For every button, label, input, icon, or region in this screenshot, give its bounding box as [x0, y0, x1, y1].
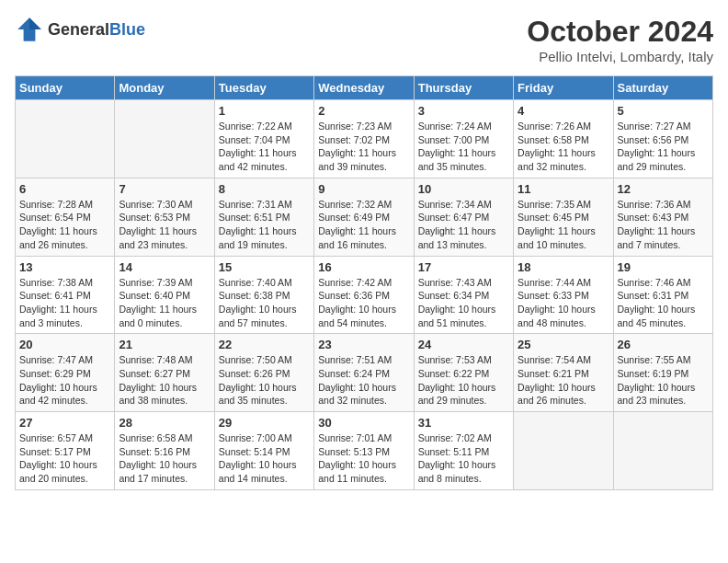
calendar-week-row: 27Sunrise: 6:57 AM Sunset: 5:17 PM Dayli…: [16, 412, 713, 490]
calendar-day-cell: 15Sunrise: 7:40 AM Sunset: 6:38 PM Dayli…: [214, 256, 313, 334]
day-number: 20: [19, 338, 110, 351]
calendar-day-cell: 30Sunrise: 7:01 AM Sunset: 5:13 PM Dayli…: [314, 412, 414, 490]
calendar-week-row: 13Sunrise: 7:38 AM Sunset: 6:41 PM Dayli…: [16, 256, 713, 334]
day-info: Sunrise: 7:55 AM Sunset: 6:19 PM Dayligh…: [618, 353, 709, 408]
calendar-day-cell: [514, 412, 613, 490]
calendar-day-cell: 21Sunrise: 7:48 AM Sunset: 6:27 PM Dayli…: [115, 334, 214, 412]
calendar-day-cell: 3Sunrise: 7:24 AM Sunset: 7:00 PM Daylig…: [414, 100, 513, 178]
calendar-day-cell: 28Sunrise: 6:58 AM Sunset: 5:16 PM Dayli…: [115, 412, 214, 490]
day-number: 6: [19, 182, 110, 196]
day-number: 24: [418, 338, 509, 351]
calendar-day-cell: 31Sunrise: 7:02 AM Sunset: 5:11 PM Dayli…: [414, 412, 513, 490]
page-header: GeneralBlue October 2024 Pellio Intelvi,…: [15, 15, 713, 64]
day-info: Sunrise: 7:51 AM Sunset: 6:24 PM Dayligh…: [318, 353, 409, 408]
calendar-day-cell: 22Sunrise: 7:50 AM Sunset: 6:26 PM Dayli…: [214, 334, 313, 412]
day-number: 11: [518, 182, 609, 196]
calendar-day-cell: [613, 412, 712, 490]
calendar-day-cell: 1Sunrise: 7:22 AM Sunset: 7:04 PM Daylig…: [214, 100, 313, 178]
calendar-day-cell: 16Sunrise: 7:42 AM Sunset: 6:36 PM Dayli…: [314, 256, 414, 334]
calendar-table: SundayMondayTuesdayWednesdayThursdayFrid…: [15, 75, 713, 490]
calendar-header-thursday: Thursday: [414, 76, 513, 100]
calendar-day-cell: [16, 100, 115, 178]
calendar-day-cell: 6Sunrise: 7:28 AM Sunset: 6:54 PM Daylig…: [16, 178, 115, 256]
calendar-week-row: 6Sunrise: 7:28 AM Sunset: 6:54 PM Daylig…: [16, 178, 713, 256]
day-info: Sunrise: 7:42 AM Sunset: 6:36 PM Dayligh…: [318, 276, 409, 330]
day-number: 26: [618, 338, 709, 351]
day-info: Sunrise: 7:35 AM Sunset: 6:45 PM Dayligh…: [518, 198, 609, 252]
day-info: Sunrise: 7:39 AM Sunset: 6:40 PM Dayligh…: [119, 276, 210, 330]
day-info: Sunrise: 7:38 AM Sunset: 6:41 PM Dayligh…: [19, 276, 110, 330]
calendar-day-cell: [115, 100, 214, 178]
day-info: Sunrise: 7:00 AM Sunset: 5:14 PM Dayligh…: [219, 431, 310, 486]
day-number: 29: [219, 416, 310, 430]
calendar-header-row: SundayMondayTuesdayWednesdayThursdayFrid…: [16, 76, 713, 100]
logo-text-blue: Blue: [109, 20, 145, 39]
day-info: Sunrise: 7:43 AM Sunset: 6:34 PM Dayligh…: [418, 276, 509, 330]
day-info: Sunrise: 7:27 AM Sunset: 6:56 PM Dayligh…: [618, 120, 709, 174]
day-info: Sunrise: 7:48 AM Sunset: 6:27 PM Dayligh…: [119, 353, 210, 408]
day-info: Sunrise: 7:02 AM Sunset: 5:11 PM Dayligh…: [418, 431, 509, 486]
day-number: 8: [219, 182, 310, 196]
day-info: Sunrise: 7:01 AM Sunset: 5:13 PM Dayligh…: [318, 431, 409, 486]
day-info: Sunrise: 7:46 AM Sunset: 6:31 PM Dayligh…: [618, 276, 709, 330]
logo: GeneralBlue: [15, 15, 145, 44]
day-number: 28: [119, 416, 210, 430]
day-info: Sunrise: 7:40 AM Sunset: 6:38 PM Dayligh…: [219, 276, 310, 330]
day-number: 18: [518, 260, 609, 274]
calendar-day-cell: 17Sunrise: 7:43 AM Sunset: 6:34 PM Dayli…: [414, 256, 513, 334]
day-number: 23: [318, 338, 409, 351]
logo-icon: [15, 15, 44, 44]
calendar-day-cell: 24Sunrise: 7:53 AM Sunset: 6:22 PM Dayli…: [414, 334, 513, 412]
day-info: Sunrise: 7:26 AM Sunset: 6:58 PM Dayligh…: [518, 120, 609, 174]
day-info: Sunrise: 7:28 AM Sunset: 6:54 PM Dayligh…: [19, 198, 110, 252]
day-info: Sunrise: 7:36 AM Sunset: 6:43 PM Dayligh…: [618, 198, 709, 252]
day-number: 30: [318, 416, 409, 430]
day-info: Sunrise: 7:47 AM Sunset: 6:29 PM Dayligh…: [19, 353, 110, 408]
day-number: 19: [618, 260, 709, 274]
day-info: Sunrise: 7:34 AM Sunset: 6:47 PM Dayligh…: [418, 198, 509, 252]
calendar-day-cell: 7Sunrise: 7:30 AM Sunset: 6:53 PM Daylig…: [115, 178, 214, 256]
day-number: 14: [119, 260, 210, 274]
day-info: Sunrise: 7:32 AM Sunset: 6:49 PM Dayligh…: [318, 198, 409, 252]
calendar-day-cell: 25Sunrise: 7:54 AM Sunset: 6:21 PM Dayli…: [514, 334, 613, 412]
day-number: 4: [518, 104, 609, 118]
day-number: 1: [219, 104, 310, 118]
calendar-day-cell: 19Sunrise: 7:46 AM Sunset: 6:31 PM Dayli…: [613, 256, 712, 334]
title-area: October 2024 Pellio Intelvi, Lombardy, I…: [527, 15, 713, 64]
day-number: 27: [19, 416, 110, 430]
calendar-day-cell: 9Sunrise: 7:32 AM Sunset: 6:49 PM Daylig…: [314, 178, 414, 256]
calendar-day-cell: 23Sunrise: 7:51 AM Sunset: 6:24 PM Dayli…: [314, 334, 414, 412]
calendar-day-cell: 2Sunrise: 7:23 AM Sunset: 7:02 PM Daylig…: [314, 100, 414, 178]
day-info: Sunrise: 7:22 AM Sunset: 7:04 PM Dayligh…: [219, 120, 310, 174]
day-number: 2: [318, 104, 409, 118]
calendar-day-cell: 13Sunrise: 7:38 AM Sunset: 6:41 PM Dayli…: [16, 256, 115, 334]
day-info: Sunrise: 7:23 AM Sunset: 7:02 PM Dayligh…: [318, 120, 409, 174]
day-number: 31: [418, 416, 509, 430]
calendar-day-cell: 20Sunrise: 7:47 AM Sunset: 6:29 PM Dayli…: [16, 334, 115, 412]
calendar-day-cell: 11Sunrise: 7:35 AM Sunset: 6:45 PM Dayli…: [514, 178, 613, 256]
day-info: Sunrise: 7:31 AM Sunset: 6:51 PM Dayligh…: [219, 198, 310, 252]
calendar-day-cell: 14Sunrise: 7:39 AM Sunset: 6:40 PM Dayli…: [115, 256, 214, 334]
day-info: Sunrise: 7:53 AM Sunset: 6:22 PM Dayligh…: [418, 353, 509, 408]
month-title: October 2024: [527, 15, 713, 49]
logo-text-general: General: [48, 20, 109, 39]
calendar-header-wednesday: Wednesday: [314, 76, 414, 100]
calendar-day-cell: 18Sunrise: 7:44 AM Sunset: 6:33 PM Dayli…: [514, 256, 613, 334]
svg-marker-1: [29, 17, 41, 29]
day-number: 12: [618, 182, 709, 196]
day-number: 9: [318, 182, 409, 196]
day-number: 17: [418, 260, 509, 274]
day-number: 5: [618, 104, 709, 118]
calendar-header-friday: Friday: [514, 76, 613, 100]
location-title: Pellio Intelvi, Lombardy, Italy: [527, 49, 713, 64]
day-info: Sunrise: 7:24 AM Sunset: 7:00 PM Dayligh…: [418, 120, 509, 174]
day-number: 22: [219, 338, 310, 351]
calendar-week-row: 1Sunrise: 7:22 AM Sunset: 7:04 PM Daylig…: [16, 100, 713, 178]
calendar-week-row: 20Sunrise: 7:47 AM Sunset: 6:29 PM Dayli…: [16, 334, 713, 412]
day-number: 25: [518, 338, 609, 351]
calendar-day-cell: 4Sunrise: 7:26 AM Sunset: 6:58 PM Daylig…: [514, 100, 613, 178]
day-number: 13: [19, 260, 110, 274]
calendar-header-tuesday: Tuesday: [214, 76, 313, 100]
day-info: Sunrise: 7:44 AM Sunset: 6:33 PM Dayligh…: [518, 276, 609, 330]
day-info: Sunrise: 7:30 AM Sunset: 6:53 PM Dayligh…: [119, 198, 210, 252]
